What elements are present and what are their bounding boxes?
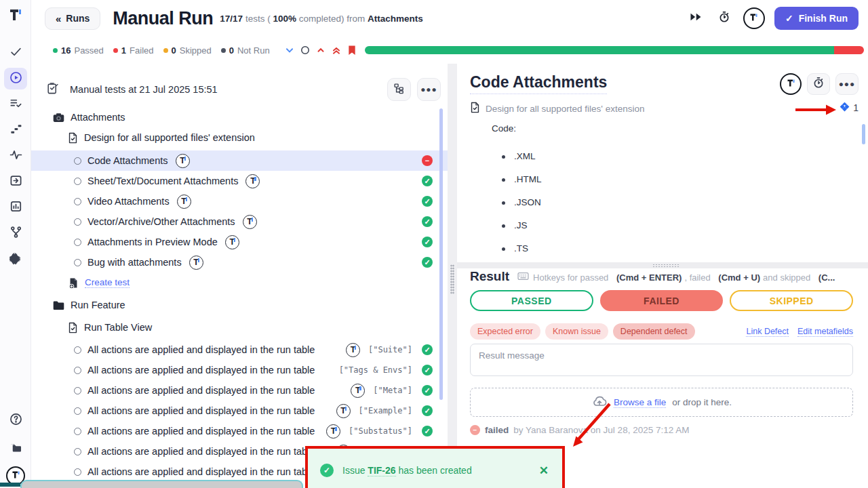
testomat-report-icon[interactable]: T <box>326 424 340 439</box>
tree-test-row[interactable]: All actions are applied and displayed in… <box>31 401 448 421</box>
testomat-report-icon[interactable]: T <box>243 215 257 229</box>
back-to-runs-button[interactable]: « Runs <box>45 7 100 30</box>
tree-test-row[interactable]: Bug with attachmentsT✓ <box>31 252 448 272</box>
sidebar-item-tests[interactable] <box>4 42 27 64</box>
timer-button[interactable] <box>807 73 830 95</box>
hotkeys-hint: Hotkeys for passed (Cmd + ENTER) , faile… <box>517 272 835 283</box>
tree-item-label: Sheet/Text/Document Attachments <box>87 176 238 186</box>
sidebar-item-pulse[interactable] <box>4 145 27 167</box>
tree-file-row[interactable]: Run Table View <box>31 317 448 338</box>
testomat-report-icon[interactable]: T <box>245 174 260 188</box>
failed-button[interactable]: FAILED <box>600 290 724 311</box>
test-tag: ["Substatus"] <box>349 426 412 436</box>
bookmark-icon[interactable] <box>347 45 357 56</box>
sidebar-item-settings[interactable] <box>4 248 27 270</box>
tree-test-row[interactable]: All actions are applied and displayed in… <box>31 360 448 380</box>
testomat-report-icon[interactable]: T <box>336 404 351 418</box>
tree-view-toggle-button[interactable] <box>387 78 411 101</box>
testomat-report-icon[interactable]: T <box>176 154 190 168</box>
tree-test-row[interactable]: Attachments in Preview ModeT✓ <box>31 232 448 252</box>
sidebar-item-plans[interactable] <box>4 94 27 115</box>
tree-item-label: All actions are applied and displayed in… <box>87 385 315 396</box>
tree-item-label[interactable]: Create test <box>85 277 130 288</box>
tree-test-row[interactable]: All actions are applied and displayed in… <box>31 380 448 401</box>
tree-folder-row[interactable]: Run Feature <box>31 295 448 315</box>
passed-count: 16Passed <box>53 45 104 56</box>
help-icon[interactable] <box>4 409 27 431</box>
sidebar-item-runs[interactable] <box>4 68 27 89</box>
test-circle-icon <box>74 448 81 455</box>
result-resize-handle[interactable] <box>457 262 868 268</box>
sidebar-item-import[interactable] <box>4 171 27 192</box>
extension-list: .XML.HTML.JSON.JS.TS <box>502 145 542 260</box>
tree-suite-row[interactable]: Attachments <box>31 107 448 127</box>
detail-scrollbar[interactable] <box>862 124 865 144</box>
finish-run-button[interactable]: ✓ Finish Run <box>774 7 859 30</box>
tree-test-row[interactable]: Code AttachmentsT− <box>31 150 448 171</box>
tree-scrollbar[interactable] <box>439 108 443 400</box>
circle-filter-icon[interactable] <box>300 45 310 55</box>
testomat-report-icon[interactable]: T <box>225 235 239 249</box>
toast-close-icon[interactable]: ✕ <box>539 464 549 478</box>
tree-test-row[interactable]: All actions are applied and displayed in… <box>31 421 448 441</box>
sidebar-item-branches[interactable] <box>4 222 27 244</box>
chevron-up-icon[interactable] <box>316 45 326 55</box>
tag-expected-error[interactable]: Expected error <box>470 323 540 340</box>
detail-more-button[interactable]: ●●● <box>835 73 859 95</box>
header: « Runs Manual Run 17/17 tests ( 100% com… <box>31 0 868 37</box>
test-circle-icon <box>74 346 81 354</box>
panel-resize-handle[interactable] <box>448 64 457 488</box>
tree-test-row[interactable]: Video AttachmentsT✓ <box>31 191 448 211</box>
testomat-report-icon[interactable]: T <box>351 384 365 398</box>
test-tag: ["Tags & Envs"] <box>339 365 412 375</box>
progress-failed-segment <box>834 46 864 54</box>
tree-more-button[interactable]: ●●● <box>417 78 441 101</box>
tree-item-label: Attachments in Preview Mode <box>87 237 218 247</box>
link-defect-link[interactable]: Link Defect <box>746 327 789 337</box>
passed-status-icon: ✓ <box>422 344 433 355</box>
result-message-input[interactable] <box>470 344 853 376</box>
extension-list-item: .JS <box>502 214 542 237</box>
passed-status-icon: ✓ <box>422 196 433 207</box>
chevron-down-icon[interactable] <box>285 45 294 55</box>
app-logo-icon[interactable] <box>0 0 31 26</box>
testomat-report-icon[interactable]: T <box>177 195 191 209</box>
tree-create-row[interactable]: Create test <box>31 272 448 293</box>
testomat-report-icon[interactable]: T <box>346 343 360 357</box>
sidebar-item-steps[interactable] <box>4 119 27 141</box>
file-check-icon <box>68 132 78 144</box>
toast-message: Issue TIF-26 has been created <box>342 465 472 476</box>
suite-icon <box>53 113 64 123</box>
failed-count: 1Failed <box>113 45 154 56</box>
fast-forward-icon[interactable] <box>686 9 705 28</box>
issue-key-link[interactable]: TIF-26 <box>368 465 395 476</box>
passed-button[interactable]: PASSED <box>470 290 593 311</box>
notrun-dot-icon <box>221 48 226 53</box>
sidebar-item-analytics[interactable] <box>4 197 27 218</box>
tag-dependent-defect[interactable]: Dependent defect <box>613 323 695 340</box>
test-report-logo-icon[interactable] <box>780 73 802 95</box>
projects-icon[interactable] <box>4 438 27 460</box>
tree-test-row[interactable]: Vector/Archive/Other AttachmentsT✓ <box>31 211 448 232</box>
file-check-icon <box>470 102 480 115</box>
skipped-dot-icon <box>163 48 168 53</box>
last-result-row: − failed by Yana Baranova on Jul 28, 202… <box>470 425 853 435</box>
tree-test-row[interactable]: Sheet/Text/Document AttachmentsT✓ <box>31 171 448 191</box>
timer-icon[interactable] <box>715 9 734 28</box>
tag-known-issue[interactable]: Known issue <box>545 323 608 340</box>
browse-file-link[interactable]: Browse a file <box>614 397 666 408</box>
file-dropzone[interactable]: Browse a file or drop it here. <box>470 388 853 417</box>
testomat-logo-icon[interactable] <box>743 7 765 29</box>
test-circle-icon <box>74 387 81 394</box>
edit-metafields-link[interactable]: Edit metafields <box>797 327 853 337</box>
test-tag: ["Suite"] <box>368 345 412 354</box>
tree-item-label: Code Attachments <box>87 155 168 166</box>
tree-test-row[interactable]: All actions are applied and displayed in… <box>31 340 448 360</box>
run-subtitle: 17/17 tests ( 100% completed) from Attac… <box>220 14 422 24</box>
testomat-report-icon[interactable]: T <box>189 256 203 270</box>
jira-issue-count[interactable]: 1 <box>853 102 859 113</box>
skipped-button[interactable]: SKIPPED <box>730 290 853 311</box>
jira-issue-icon[interactable] <box>840 102 850 114</box>
tree-file-row[interactable]: Design for all supported files' extensio… <box>31 127 448 148</box>
chevrons-up-icon[interactable] <box>332 45 341 55</box>
